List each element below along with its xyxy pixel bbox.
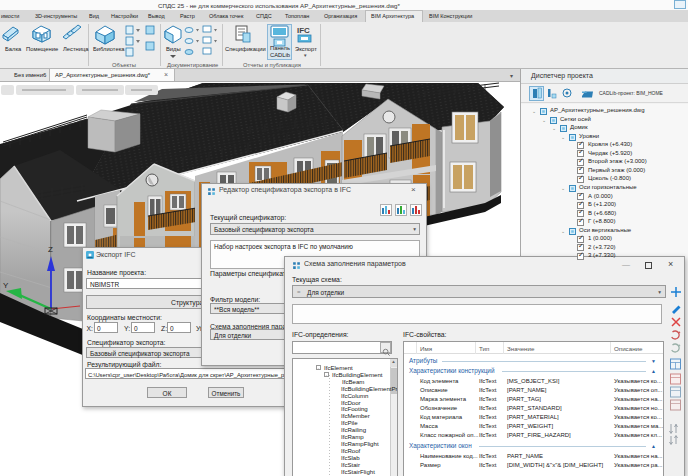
svg-text:Y: Y bbox=[3, 281, 9, 290]
svg-text:Z: Z bbox=[48, 245, 53, 254]
svg-text:IFC: IFC bbox=[297, 26, 310, 35]
